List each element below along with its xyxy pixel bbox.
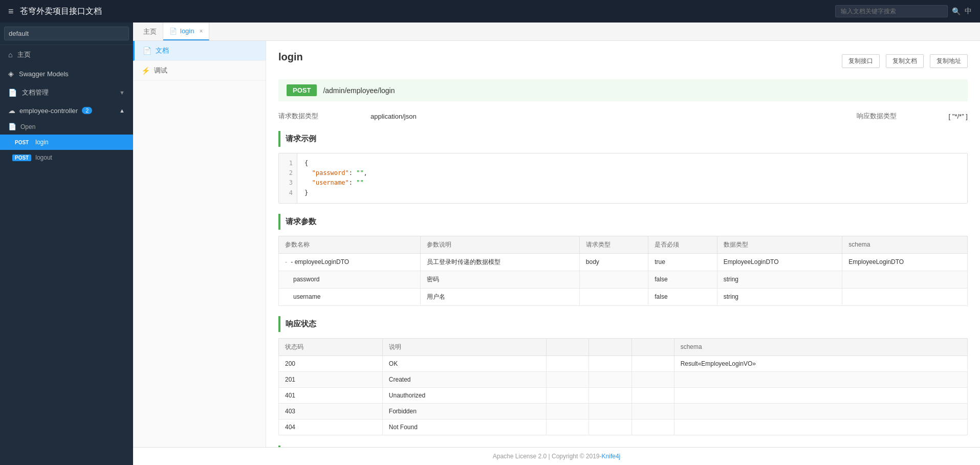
- table-row: password 密码 false string: [279, 271, 968, 288]
- status-col-empty1: [547, 338, 589, 356]
- status-schema-0: Result«EmployeeLoginVO»: [674, 356, 967, 371]
- status-col-code: 状态码: [279, 338, 383, 356]
- app-title: 苍穹外卖项目接口文档: [20, 6, 102, 17]
- status-desc-3: Forbidden: [382, 403, 546, 419]
- expand-icon[interactable]: -: [285, 258, 287, 265]
- table-row: 404 Not Found: [279, 419, 968, 435]
- main-layout: default ⌂ 主页 ◈ Swagger Models 📄 文档管理 ▼ ☁…: [0, 23, 980, 465]
- param-schema-1: [842, 271, 968, 288]
- search-icon[interactable]: 🔍: [952, 7, 961, 15]
- table-row: 200 OK Result«EmployeeLoginVO»: [279, 356, 968, 371]
- post-method-badge: POST: [287, 84, 317, 96]
- doc-icon: 📄: [143, 47, 151, 55]
- table-row: username 用户名 false string: [279, 288, 968, 305]
- param-type-1: [579, 271, 648, 288]
- doc-panel-item-debug[interactable]: ⚡ 调试: [133, 61, 266, 81]
- response-type-label: 响应数据类型: [857, 112, 949, 121]
- param-name-2: username: [279, 288, 421, 305]
- status-code-0: 200: [279, 356, 383, 371]
- open-label: Open: [20, 123, 35, 130]
- param-col-required: 是否必须: [648, 236, 717, 253]
- chevron-down-icon: ▼: [119, 90, 125, 96]
- doc-panel-item-doc[interactable]: 📄 文档: [133, 41, 266, 61]
- tab-close-icon[interactable]: ×: [199, 28, 203, 35]
- doc-left-panel: 📄 文档 ⚡ 调试: [133, 41, 266, 447]
- param-col-name: 参数名称: [279, 236, 421, 253]
- controller-badge: 2: [82, 107, 92, 114]
- status-col-schema: schema: [674, 338, 967, 356]
- sidebar-select[interactable]: default: [4, 27, 129, 40]
- doc-panel-debug-label: 调试: [154, 66, 167, 75]
- tab-home[interactable]: 主页: [137, 23, 163, 40]
- param-desc-1: 密码: [420, 271, 579, 288]
- param-col-datatype: 数据类型: [717, 236, 842, 253]
- param-required-0: true: [648, 253, 717, 271]
- top-header: ≡ 苍穹外卖项目接口文档 🔍 中: [0, 0, 980, 23]
- sidebar-api-login[interactable]: POST login: [0, 135, 133, 150]
- swagger-icon: ◈: [8, 70, 14, 78]
- tab-bar: 主页 📄 login ×: [133, 23, 980, 41]
- status-schema-4: [674, 419, 967, 435]
- status-schema-3: [674, 403, 967, 419]
- method-post-badge-login: POST: [12, 139, 31, 146]
- sidebar-item-swagger-label: Swagger Models: [19, 70, 69, 78]
- footer: Apache License 2.0 | Copyright © 2019-Kn…: [133, 447, 980, 465]
- home-icon: ⌂: [8, 51, 12, 59]
- api-login-label: login: [35, 139, 48, 146]
- doc-main: login 复制接口 复制文档 复制地址 POST /admin/employe…: [266, 41, 980, 447]
- copy-interface-button[interactable]: 复制接口: [842, 54, 880, 68]
- controller-label: employee-controller: [19, 107, 78, 115]
- footer-text: Apache License 2.0 | Copyright © 2019-: [493, 453, 602, 460]
- tab-home-label: 主页: [143, 27, 157, 36]
- code-text: { "password": "", "username": "" }: [297, 153, 375, 203]
- param-required-2: false: [648, 288, 717, 305]
- line-numbers: 1234: [279, 153, 297, 203]
- param-name-1: password: [279, 271, 421, 288]
- doc-title: login: [278, 51, 303, 63]
- status-code-4: 404: [279, 419, 383, 435]
- header-right: 🔍 中: [835, 5, 972, 17]
- code-block-content: 1234 { "password": "", "username": "" }: [279, 153, 967, 203]
- response-status-title: 响应状态: [278, 316, 968, 332]
- request-params-table: 参数名称 参数说明 请求类型 是否必须 数据类型 schema - -: [278, 236, 968, 306]
- sidebar-api-logout[interactable]: POST logout: [0, 150, 133, 165]
- sidebar-controller-header[interactable]: ☁ employee-controller 2 ▲: [0, 102, 133, 119]
- sidebar-select-wrap: default: [0, 23, 133, 45]
- table-row: 401 Unauthorized: [279, 387, 968, 403]
- tab-login-label: login: [180, 27, 194, 35]
- footer-link[interactable]: Knife4j: [602, 453, 621, 460]
- request-example-title: 请求示例: [278, 131, 968, 147]
- api-logout-label: logout: [35, 154, 52, 161]
- endpoint-row: POST /admin/employee/login: [278, 79, 968, 101]
- sidebar-item-swagger[interactable]: ◈ Swagger Models: [0, 64, 133, 83]
- param-type-0: body: [579, 253, 648, 271]
- status-schema-2: [674, 387, 967, 403]
- param-col-desc: 参数说明: [420, 236, 579, 253]
- search-input[interactable]: [835, 5, 948, 17]
- controller-header-left: ☁ employee-controller 2: [8, 106, 92, 115]
- tab-login[interactable]: 📄 login ×: [163, 23, 209, 40]
- copy-doc-button[interactable]: 复制文档: [886, 54, 924, 68]
- status-desc-1: Created: [382, 371, 546, 387]
- close-icon[interactable]: 中: [965, 7, 972, 16]
- sidebar-item-docs[interactable]: 📄 文档管理 ▼: [0, 83, 133, 102]
- param-desc-2: 用户名: [420, 288, 579, 305]
- menu-icon[interactable]: ≡: [8, 6, 14, 17]
- param-schema-0: EmployeeLoginDTO: [842, 253, 968, 271]
- request-type-value: application/json: [371, 113, 857, 120]
- sidebar-item-home[interactable]: ⌂ 主页: [0, 45, 133, 64]
- response-status-table: 状态码 说明 schema 200 OK R: [278, 338, 968, 435]
- param-required-1: false: [648, 271, 717, 288]
- param-datatype-1: string: [717, 271, 842, 288]
- sidebar-open-item[interactable]: 📄 Open: [0, 119, 133, 135]
- chevron-up-icon: ▲: [119, 107, 125, 114]
- param-datatype-0: EmployeeLoginDTO: [717, 253, 842, 271]
- status-desc-4: Not Found: [382, 419, 546, 435]
- copy-address-button[interactable]: 复制地址: [930, 54, 968, 68]
- status-col-empty2: [589, 338, 631, 356]
- debug-icon: ⚡: [141, 67, 150, 75]
- status-code-2: 401: [279, 387, 383, 403]
- sidebar-item-docs-label: 文档管理: [22, 88, 49, 97]
- sidebar-item-home-label: 主页: [17, 50, 31, 59]
- tab-login-icon: 📄: [169, 28, 177, 35]
